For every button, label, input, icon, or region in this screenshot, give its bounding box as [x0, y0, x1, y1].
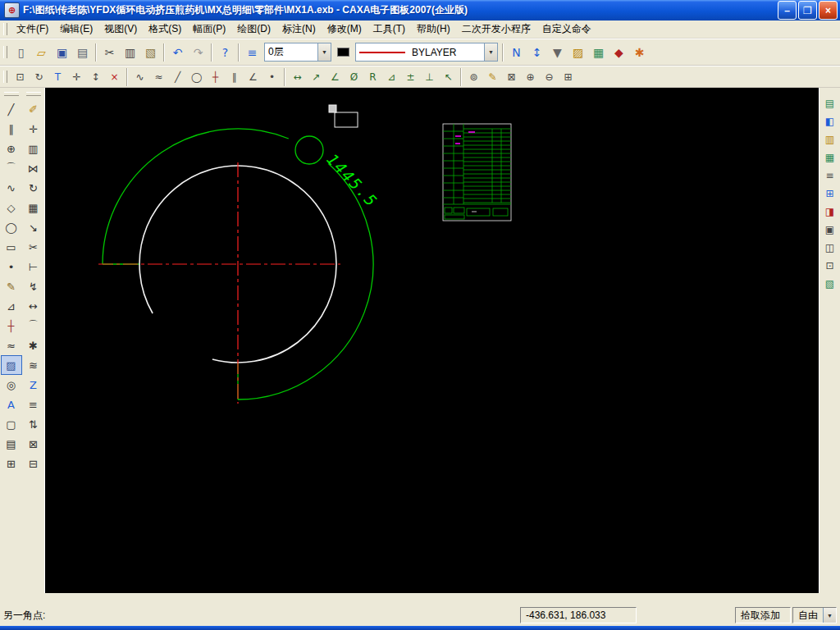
menu-tools[interactable]: 工具(T) [368, 21, 411, 38]
hatch-tool[interactable]: ▨ [1, 355, 22, 375]
wizard-button[interactable]: ✱ [629, 42, 650, 62]
menu-format[interactable]: 格式(S) [143, 21, 187, 38]
arc-tool[interactable]: ⌒ [1, 158, 22, 178]
module-manager-button[interactable]: ▦ [588, 42, 609, 62]
menu-dimension[interactable]: 标注(N) [276, 21, 322, 38]
property-brush-tool[interactable]: ✐ [23, 99, 44, 119]
fillet-tool[interactable]: ⌒ [23, 316, 44, 336]
regen-button[interactable]: × [105, 67, 124, 86]
break-tool[interactable]: ↯ [23, 276, 44, 296]
polygon-tool[interactable]: ◇ [1, 198, 22, 217]
zoom-select-button[interactable]: ⊚ [464, 67, 483, 86]
explode-tool[interactable]: ✱ [23, 336, 44, 355]
scale-tool[interactable]: ↘ [23, 217, 44, 237]
diameter-dim-button[interactable]: Ø [345, 67, 363, 86]
dimension-text[interactable]: 1445.5 [323, 150, 381, 211]
angle-dim-button[interactable]: ∠ [326, 67, 345, 86]
zoom-extent-button[interactable]: ⊞ [559, 67, 578, 86]
circle-tool[interactable]: ⊕ [1, 139, 22, 158]
toolbar-grip[interactable] [26, 92, 41, 96]
flip-tool[interactable]: ⇅ [23, 414, 44, 434]
layer-manager-button[interactable]: ≡ [820, 167, 839, 184]
menu-modify[interactable]: 修改(M) [322, 21, 368, 38]
aligned-dim-button[interactable]: ↗ [307, 67, 326, 86]
paste-special-button[interactable]: ▥ [820, 130, 839, 148]
equidistant-line-button[interactable]: ∥ [225, 67, 244, 86]
chevron-down-icon[interactable]: ▼ [317, 43, 331, 61]
text-tool[interactable]: A [1, 395, 22, 414]
open-button[interactable]: ▱ [31, 42, 52, 62]
options-button[interactable]: ◆ [609, 42, 629, 62]
menu-sheet[interactable]: 幅面(P) [187, 21, 231, 38]
menu-file[interactable]: 文件(F) [11, 21, 54, 38]
parallel-line-tool[interactable]: ∥ [1, 119, 22, 139]
chamfer-tool[interactable]: ⊿ [1, 296, 22, 316]
ole-object-button[interactable]: ◨ [820, 203, 839, 220]
tolerance-dim-button[interactable]: ± [401, 67, 420, 86]
pick-mode-indicator[interactable]: 拾取添加 [735, 607, 791, 623]
cut-button[interactable]: ✂ [99, 42, 120, 62]
part-library-button[interactable]: ▦ [820, 148, 839, 166]
title-block-tool[interactable]: ▤ [1, 434, 22, 454]
offset-tool[interactable]: ≋ [23, 355, 44, 375]
chamfer-dim-button[interactable]: ⊿ [382, 67, 401, 86]
move-tool[interactable]: ✛ [23, 119, 44, 139]
zoom-out-button[interactable]: ⊖ [540, 67, 559, 86]
centerlines[interactable] [98, 162, 340, 404]
radius-dim-button[interactable]: R [363, 67, 382, 86]
symbol-library-button[interactable]: ▧ [820, 275, 839, 292]
toolbar2-grip[interactable] [3, 71, 7, 83]
redo-button[interactable]: ↷ [188, 42, 208, 62]
copy-button[interactable]: ▥ [120, 42, 140, 62]
rotate-tool[interactable]: ↻ [23, 178, 44, 198]
menu-draw[interactable]: 绘图(D) [231, 21, 276, 38]
help-button[interactable]: ? [215, 42, 235, 62]
tangent-circle-button[interactable]: ◯ [187, 67, 206, 86]
show-all-button[interactable]: ⊡ [11, 67, 30, 86]
toolbar-grip[interactable] [4, 92, 19, 96]
leader-dim-button[interactable]: ↖ [439, 67, 458, 86]
nav-toggle-button[interactable]: N [506, 42, 527, 62]
detail-view-tool[interactable]: ◎ [1, 375, 22, 395]
trim-tool[interactable]: ✂ [23, 237, 44, 257]
text-display-button[interactable]: T [48, 67, 67, 86]
layer-combo[interactable]: 0层 ▼ [264, 43, 331, 62]
drawing-canvas[interactable]: 1445.5 [45, 88, 819, 593]
erase-button[interactable]: ⊠ [502, 67, 521, 86]
dynamic-zoom-button[interactable]: ↕ [86, 67, 105, 86]
center-line-button[interactable]: ┼ [206, 67, 225, 86]
menubar-grip[interactable] [3, 23, 7, 35]
line-tool[interactable]: ╱ [1, 99, 22, 119]
array-tool[interactable]: ▦ [23, 198, 44, 217]
block-manager-button[interactable]: ⊞ [820, 185, 839, 202]
snap-mode-button[interactable]: ↕ [527, 42, 547, 62]
hide-tool[interactable]: Z [23, 375, 44, 395]
align-tool[interactable]: ≡ [23, 395, 44, 414]
stretch-tool[interactable]: ↔ [23, 296, 44, 316]
layer-button[interactable]: ≡ [242, 42, 262, 62]
block-tool[interactable]: ⊞ [1, 454, 22, 473]
wave-line-tool[interactable]: ≈ [1, 336, 22, 355]
dynamic-pan-button[interactable]: ✛ [67, 67, 86, 86]
redraw-button[interactable]: ↻ [30, 67, 48, 86]
menu-help[interactable]: 帮助(H) [411, 21, 456, 38]
paste-button[interactable]: ▧ [140, 42, 161, 62]
style-manager-button[interactable]: ▨ [568, 42, 588, 62]
menu-view[interactable]: 视图(V) [98, 21, 143, 38]
linear-dim-button[interactable]: ↔ [288, 67, 307, 86]
spline-tool[interactable]: ∿ [1, 178, 22, 198]
restore-button[interactable]: ❐ [798, 1, 817, 20]
datum-dim-button[interactable]: ⊥ [420, 67, 439, 86]
menu-edit[interactable]: 编辑(E) [54, 21, 98, 38]
sheet-operations-button[interactable]: ▤ [820, 94, 839, 112]
print-button[interactable]: ▤ [72, 42, 93, 62]
save-button[interactable]: ▣ [52, 42, 72, 62]
ellipse-tool[interactable]: ◯ [1, 217, 22, 237]
group-tool[interactable]: ⊟ [23, 454, 44, 473]
table-button[interactable]: ▣ [820, 221, 839, 238]
linetype-combo[interactable]: BYLAYER ▼ [355, 43, 498, 62]
snap-mode-combo[interactable]: 自由 ▼ [792, 607, 837, 623]
undo-button[interactable]: ↶ [167, 42, 188, 62]
menu-addons[interactable]: 二次开发小程序 [456, 21, 536, 38]
small-rect-feature[interactable] [329, 105, 358, 127]
